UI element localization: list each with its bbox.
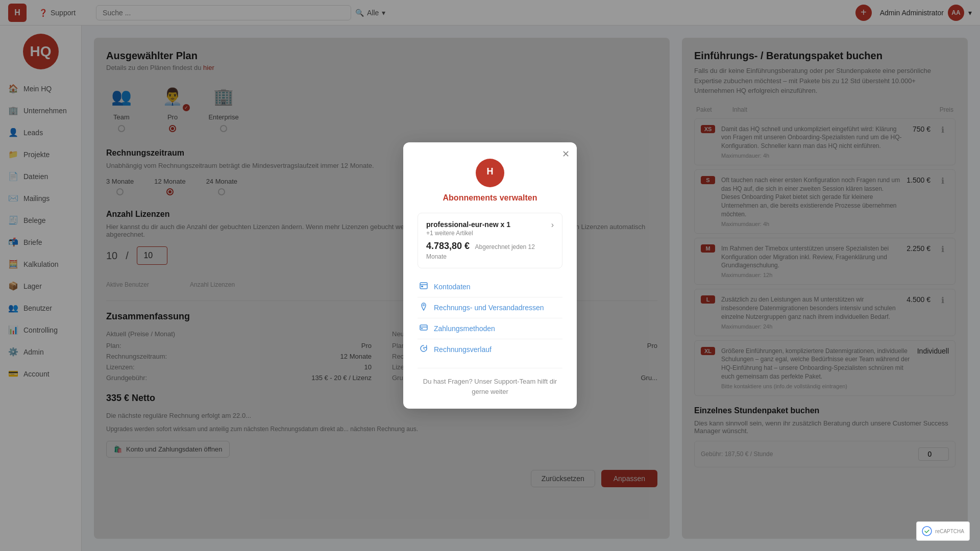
svg-rect-4	[421, 286, 423, 287]
kontodaten-label: Kontodaten	[434, 283, 471, 291]
modal-close-button[interactable]: ✕	[562, 148, 570, 160]
recaptcha-label: reCAPTCHA	[935, 529, 964, 534]
svg-rect-2	[420, 283, 427, 289]
modal-logo: H	[476, 159, 504, 187]
subscription-price-area: 4.783,80 € Abgerechnet jeden 12 Monate	[426, 241, 551, 261]
subscription-main: professional-eur-new x 1 +1 weitere Arti…	[426, 220, 554, 261]
menu-item-kontodaten[interactable]: Kontodaten	[418, 277, 562, 297]
menu-item-rechnungs-versand[interactable]: Rechnungs- und Versandadressen	[418, 297, 562, 318]
subscription-card[interactable]: professional-eur-new x 1 +1 weitere Arti…	[418, 213, 562, 268]
modal-logo-text: H	[482, 163, 498, 183]
rechnungs-versand-label: Rechnungs- und Versandadressen	[434, 304, 544, 312]
svg-line-10	[424, 348, 425, 349]
subscription-price: 4.783,80 €	[426, 241, 470, 251]
modal-overlay[interactable]: ✕ H Abonnements verwalten professional-e…	[0, 0, 980, 551]
payment-icon	[420, 323, 428, 334]
modal-menu: Kontodaten Rechnungs- und Versandadresse…	[418, 277, 562, 360]
svg-point-5	[423, 305, 425, 306]
kontodaten-icon	[420, 282, 428, 292]
recaptcha-icon	[922, 526, 932, 536]
menu-item-zahlungsmethoden[interactable]: Zahlungsmethoden	[418, 318, 562, 339]
subscription-name: professional-eur-new x 1	[426, 220, 551, 229]
svg-point-11	[922, 527, 932, 536]
svg-rect-6	[420, 325, 427, 330]
modal-footer-text: Du hast Fragen? Unser Support-Team hilft…	[423, 378, 557, 395]
svg-rect-8	[421, 328, 423, 329]
menu-item-rechnungsverlauf[interactable]: Rechnungsverlauf	[418, 339, 562, 360]
zahlungsmethoden-label: Zahlungsmethoden	[434, 324, 495, 333]
history-icon	[420, 344, 428, 355]
modal-footer: Du hast Fragen? Unser Support-Team hilft…	[418, 368, 562, 396]
subscription-info: professional-eur-new x 1 +1 weitere Arti…	[426, 220, 551, 261]
address-icon	[420, 303, 428, 313]
subscription-arrow[interactable]: ›	[551, 220, 554, 230]
svg-text:H: H	[487, 166, 494, 177]
modal-title: Abonnements verwalten	[418, 193, 562, 203]
rechnungsverlauf-label: Rechnungsverlauf	[434, 345, 492, 354]
subscription-extra: +1 weitere Artikel	[426, 230, 551, 237]
recaptcha-badge: reCAPTCHA	[916, 521, 970, 541]
modal: ✕ H Abonnements verwalten professional-e…	[403, 142, 577, 409]
